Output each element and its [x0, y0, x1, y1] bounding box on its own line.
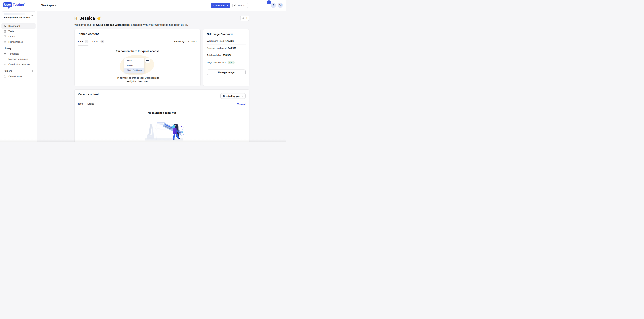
sidebar-section-folders: Folders	[2, 67, 36, 74]
avatar[interactable]: JJ	[278, 3, 283, 8]
contributor-networks-icon	[4, 63, 6, 66]
sidebar: User Testing® Cat-a-palooza Workspace Da…	[0, 0, 37, 142]
sidebar-item-dashboard[interactable]: Dashboard	[2, 23, 36, 29]
sidebar-item-contributor-networks[interactable]: Contributor networks	[2, 62, 36, 67]
pinned-content-title: Pinned content	[78, 33, 197, 36]
sidebar-item-label: Dashboard	[8, 25, 20, 27]
drafts-count-badge: 0	[100, 40, 104, 43]
tab-pinned-tests[interactable]: Tests 0	[78, 40, 88, 46]
page-title: Workspace	[42, 4, 56, 7]
pinned-tabs: Tests 0 Drafts 0 Sorted by: Date pinned	[78, 40, 197, 46]
sidebar-item-label: Highlight reels	[8, 41, 23, 43]
usertesting-logo[interactable]: User Testing®	[3, 2, 25, 7]
illustration-context-menu: Share Move to.. Pin to Dashboard	[124, 58, 144, 73]
sidebar-item-label: Templates	[8, 52, 19, 55]
pinned-content-card: Pinned content Tests 0 Drafts 0 Sorted b…	[74, 29, 200, 86]
top-header: Workspace Create test 1 ? JJ	[38, 0, 286, 11]
tests-count-badge: 0	[85, 40, 88, 43]
sidebar-item-manage-templates[interactable]: Manage templates	[2, 56, 36, 62]
sidebar-item-default-folder[interactable]: Default folder	[2, 74, 36, 79]
search-box[interactable]	[232, 3, 248, 8]
search-icon	[234, 4, 236, 7]
recent-content-card: Recent content Created by you Tests Draf…	[74, 89, 250, 142]
plus-icon	[31, 70, 34, 72]
usage-row-total-available: Total available:174,574	[207, 52, 246, 59]
sidebar-item-label: Drafts	[8, 35, 15, 38]
workspace-org-redacted	[4, 13, 24, 15]
illustration-menu-item-move-to: Move to..	[124, 63, 144, 68]
view-all-link[interactable]: View all	[237, 102, 246, 106]
highlight-reels-icon	[4, 41, 6, 44]
dashboard-icon	[4, 25, 6, 28]
workspace-selector[interactable]: Cat-a-palooza Workspace	[2, 11, 35, 20]
templates-icon	[4, 52, 6, 55]
logo-user-bubble: User	[3, 2, 12, 7]
manage-usage-button[interactable]: Manage usage	[207, 70, 246, 75]
create-test-button[interactable]: Create test	[210, 3, 230, 8]
tab-recent-tests[interactable]: Tests	[78, 102, 84, 107]
illustration-menu-item-pin-to-dashboard: Pin to Dashboard	[124, 68, 144, 73]
registered-mark: ®	[24, 3, 25, 5]
usage-row-account-purchased: Account purchased:349,900	[207, 45, 246, 52]
sidebar-item-highlight-reels[interactable]: Highlight reels	[2, 39, 36, 45]
su-usage-title: SU Usage Overview	[207, 33, 246, 36]
sidebar-item-templates[interactable]: Templates	[2, 51, 36, 56]
sidebar-item-label: Tests	[8, 30, 14, 33]
illustration-more-icon: •••	[145, 58, 150, 63]
no-tests-illustration	[142, 119, 184, 141]
su-usage-card: SU Usage Overview Workspace used:175,326…	[203, 29, 250, 86]
workspace-members-button[interactable]: 1	[240, 16, 249, 21]
waving-hand-icon	[96, 16, 101, 21]
usage-row-days-until-renewal: Days until renewal:420	[207, 59, 246, 66]
folder-icon	[4, 75, 6, 78]
caret-down-icon	[226, 5, 228, 6]
logo-testing-text: Testing®	[13, 3, 25, 7]
main-content: Hi Jessica 1 Welcome back to Cat-a-paloo…	[38, 11, 286, 142]
workspace-name: Cat-a-palooza Workspace	[4, 16, 33, 19]
tab-recent-drafts[interactable]: Drafts	[88, 102, 94, 107]
sidebar-section-library: Library	[2, 45, 36, 51]
pinned-caption: Pin any test or draft to your Dashboard …	[74, 76, 200, 83]
members-icon	[242, 17, 245, 20]
sidebar-item-label: Default folder	[8, 75, 22, 78]
caret-down-icon	[242, 96, 243, 97]
members-count: 1	[246, 17, 247, 20]
greeting-title: Hi Jessica	[74, 16, 101, 21]
recent-tabs: Tests Drafts View all	[78, 102, 246, 107]
created-by-filter-button[interactable]: Created by you	[220, 93, 246, 99]
sidebar-item-drafts[interactable]: Drafts	[2, 34, 36, 39]
sorted-by-label: Sorted by: Date pinned	[174, 40, 197, 43]
recent-empty-heading: No launched tests yet	[74, 111, 249, 114]
tests-icon	[4, 30, 6, 33]
sidebar-item-label: Manage templates	[8, 58, 28, 60]
renewal-days-badge: 420	[228, 61, 235, 64]
tab-pinned-drafts[interactable]: Drafts 0	[92, 40, 104, 46]
search-input[interactable]	[238, 4, 246, 7]
sidebar-item-label: Contributor networks	[8, 63, 30, 66]
welcome-message: Welcome back to Cat-a-palooza Workspace!…	[74, 23, 188, 26]
chevron-down-icon	[31, 15, 33, 17]
drafts-icon	[4, 35, 6, 38]
sidebar-item-tests[interactable]: Tests	[2, 29, 36, 34]
notification-badge: 1	[267, 0, 271, 5]
usage-row-workspace-used: Workspace used:175,326	[207, 38, 246, 45]
illustration-menu-item-share: Share	[124, 58, 144, 63]
help-button[interactable]: ?	[271, 3, 276, 8]
pinned-empty-heading: Pin content here for quick access	[74, 50, 200, 53]
add-folder-button[interactable]	[31, 70, 34, 72]
manage-templates-icon	[4, 58, 6, 61]
